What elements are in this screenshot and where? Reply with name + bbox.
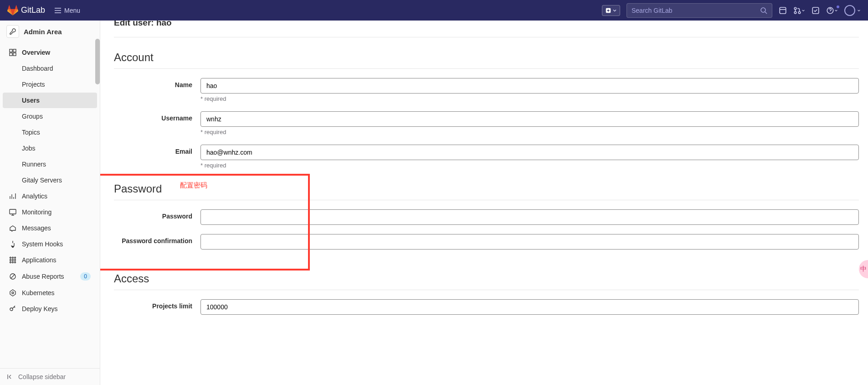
- main-content: Edit user: hao Account Name * required U…: [100, 21, 868, 385]
- top-header: GitLab Menu: [0, 0, 868, 21]
- sidebar-item-label: Kubernetes: [22, 289, 55, 297]
- svg-point-25: [10, 257, 11, 259]
- svg-point-33: [15, 262, 16, 263]
- sidebar-item-monitoring[interactable]: Monitoring: [3, 204, 97, 220]
- svg-point-30: [15, 260, 16, 261]
- header-right: [602, 3, 861, 18]
- collapse-label: Collapse sidebar: [18, 373, 66, 380]
- projects-limit-input[interactable]: [200, 299, 859, 315]
- sidebar: Admin Area Overview Dashboard Projects U…: [0, 21, 100, 385]
- sidebar-item-analytics[interactable]: Analytics: [3, 188, 97, 204]
- search-input[interactable]: [632, 7, 760, 14]
- analytics-icon: [9, 192, 16, 200]
- svg-rect-15: [10, 53, 12, 56]
- sidebar-item-applications[interactable]: Applications: [3, 252, 97, 268]
- sidebar-item-gitaly servers[interactable]: Gitaly Servers: [3, 172, 97, 188]
- svg-rect-13: [10, 49, 12, 52]
- username-label: Username: [114, 111, 200, 122]
- todos-icon[interactable]: [812, 6, 820, 15]
- brand-name: GitLab: [21, 5, 45, 15]
- svg-point-28: [10, 260, 11, 261]
- messages-icon: [9, 224, 16, 232]
- sidebar-item-deploy keys[interactable]: Deploy Keys: [3, 301, 97, 317]
- gitlab-logo[interactable]: GitLab: [7, 5, 45, 16]
- sidebar-item-label: Dashboard: [22, 65, 53, 72]
- sidebar-item-kubernetes[interactable]: Kubernetes: [3, 285, 97, 301]
- sidebar-item-projects[interactable]: Projects: [3, 77, 97, 92]
- sidebar-item-jobs[interactable]: Jobs: [3, 140, 97, 156]
- user-avatar[interactable]: [844, 5, 861, 16]
- menu-button[interactable]: Menu: [54, 7, 80, 14]
- sidebar-scrollbar[interactable]: [95, 39, 100, 84]
- new-button[interactable]: [602, 5, 620, 16]
- merge-requests-icon[interactable]: [793, 6, 805, 15]
- sidebar-item-label: System Hooks: [22, 240, 63, 248]
- name-help: * required: [200, 95, 859, 102]
- name-input[interactable]: [200, 78, 859, 94]
- hamburger-icon: [54, 7, 62, 14]
- svg-line-5: [765, 12, 767, 14]
- svg-point-29: [12, 260, 14, 261]
- search-box[interactable]: [627, 3, 772, 18]
- help-icon[interactable]: [826, 6, 838, 15]
- sidebar-context[interactable]: Admin Area: [0, 21, 100, 42]
- svg-line-35: [11, 275, 15, 278]
- sidebar-context-label: Admin Area: [24, 28, 62, 36]
- sidebar-item-label: Topics: [22, 129, 40, 136]
- sidebar-item-system hooks[interactable]: System Hooks: [3, 236, 97, 252]
- sidebar-item-label: Users: [22, 97, 40, 104]
- sidebar-item-groups[interactable]: Groups: [3, 109, 97, 124]
- email-input[interactable]: [200, 145, 859, 160]
- svg-point-26: [12, 257, 14, 259]
- sidebar-item-label: Overview: [22, 49, 50, 56]
- wrench-icon: [6, 25, 19, 38]
- sidebar-item-abuse reports[interactable]: Abuse Reports 0: [3, 268, 97, 285]
- issues-icon[interactable]: [779, 6, 787, 15]
- plus-icon: [605, 7, 611, 14]
- sidebar-item-label: Messages: [22, 224, 51, 232]
- sidebar-item-label: Deploy Keys: [22, 305, 58, 312]
- svg-point-8: [794, 7, 796, 10]
- sidebar-item-messages[interactable]: Messages: [3, 220, 97, 236]
- abuse-icon: [9, 273, 16, 280]
- svg-rect-14: [13, 49, 16, 52]
- key-icon: [9, 305, 16, 312]
- sidebar-item-label: Analytics: [22, 192, 47, 200]
- sidebar-item-label: Applications: [22, 256, 56, 264]
- svg-point-27: [15, 257, 16, 259]
- sidebar-item-topics[interactable]: Topics: [3, 125, 97, 140]
- gitlab-logo-icon: [7, 5, 18, 16]
- sidebar-item-label: Gitaly Servers: [22, 177, 62, 184]
- overview-icon: [9, 49, 16, 56]
- collapse-sidebar[interactable]: Collapse sidebar: [0, 368, 100, 385]
- sidebar-item-runners[interactable]: Runners: [3, 156, 97, 172]
- search-icon: [760, 7, 767, 14]
- email-label: Email: [114, 145, 200, 155]
- sidebar-item-dashboard[interactable]: Dashboard: [3, 61, 97, 76]
- sidebar-item-users[interactable]: Users: [3, 93, 97, 108]
- floating-widget-icon: 中: [860, 265, 867, 273]
- svg-point-32: [12, 262, 14, 263]
- chevron-down-icon: [612, 8, 617, 13]
- svg-rect-6: [780, 7, 786, 14]
- svg-point-37: [12, 292, 14, 294]
- svg-rect-21: [10, 209, 16, 214]
- sidebar-item-label: Monitoring: [22, 208, 51, 216]
- monitoring-icon: [9, 208, 16, 216]
- username-help: * required: [200, 129, 859, 135]
- email-help: * required: [200, 162, 859, 169]
- svg-marker-36: [10, 290, 15, 296]
- sidebar-item-label: Abuse Reports: [22, 273, 64, 280]
- svg-point-38: [10, 308, 13, 311]
- section-account-title: Account: [114, 51, 859, 69]
- username-input[interactable]: [200, 111, 859, 127]
- projects-limit-label: Projects limit: [114, 299, 200, 310]
- annotation-box: [100, 174, 310, 271]
- sidebar-item-label: Groups: [22, 113, 43, 120]
- collapse-icon: [6, 373, 14, 380]
- sidebar-item-overview[interactable]: Overview: [3, 45, 97, 60]
- badge: 0: [80, 272, 91, 281]
- svg-point-10: [798, 11, 801, 14]
- sidebar-item-label: Jobs: [22, 145, 36, 152]
- applications-icon: [9, 256, 16, 264]
